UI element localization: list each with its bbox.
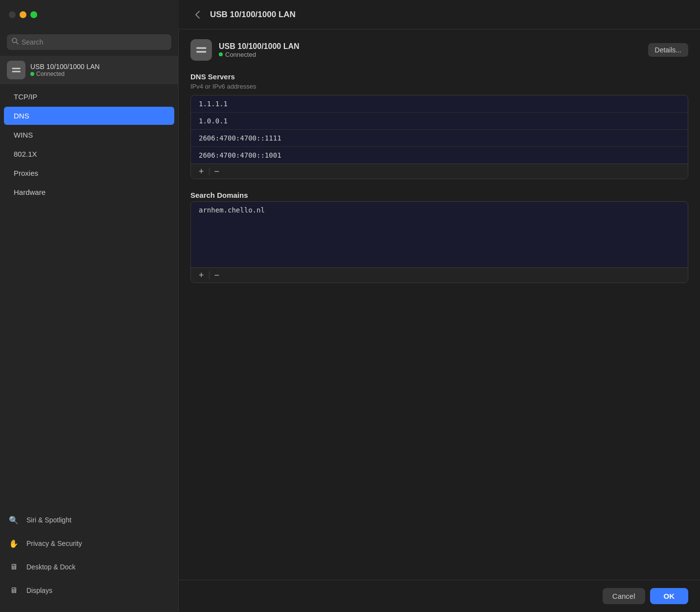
main-content: USB 10/100/1000 LAN USB 10/100/1000 LAN …	[179, 0, 700, 612]
svg-point-9	[205, 51, 206, 52]
minimize-button[interactable]	[20, 11, 26, 18]
svg-rect-6	[196, 47, 206, 49]
sidebar-item-displays[interactable]: 🖥 Displays	[0, 579, 178, 602]
content-status-dot	[219, 52, 223, 56]
action-bar: Cancel OK	[179, 580, 700, 612]
list-item[interactable]: 2606:4700:4700::1111	[191, 130, 688, 147]
list-item[interactable]: 2606:4700:4700::1001	[191, 147, 688, 164]
svg-point-4	[19, 68, 21, 69]
dns-footer: + −	[191, 164, 688, 179]
svg-rect-3	[12, 71, 21, 72]
search-domains-section: Search Domains arnhem.chello.nl + −	[190, 191, 688, 283]
desktop-dock-icon: 🖥	[7, 560, 21, 574]
status-dot	[30, 72, 34, 76]
footer-divider	[209, 271, 210, 279]
cancel-button[interactable]: Cancel	[603, 588, 645, 604]
sidebar-device-row[interactable]: USB 10/100/1000 LAN Connected	[0, 56, 178, 84]
sidebar-item-siri-spotlight-label: Siri & Spotlight	[26, 516, 71, 524]
footer-divider	[209, 167, 210, 175]
domain-add-button[interactable]: +	[195, 270, 208, 281]
sidebar-bottom: 🔍 Siri & Spotlight ✋ Privacy & Security …	[0, 508, 178, 612]
list-item[interactable]: 1.0.0.1	[191, 113, 688, 130]
titlebar	[0, 0, 179, 29]
sidebar-item-displays-label: Displays	[26, 587, 52, 594]
svg-rect-2	[12, 68, 21, 69]
domain-empty-space	[191, 218, 688, 267]
svg-rect-7	[196, 51, 206, 52]
dns-section-sublabel: IPv4 or IPv6 addresses	[190, 83, 688, 90]
sidebar-item-tcpip[interactable]: TCP/IP	[4, 88, 174, 106]
close-button[interactable]	[9, 11, 16, 18]
sidebar-item-hardware[interactable]: Hardware	[4, 183, 174, 201]
displays-icon: 🖥	[7, 584, 21, 597]
content-device-name: USB 10/100/1000 LAN	[219, 42, 641, 51]
search-placeholder: Search	[22, 38, 43, 46]
privacy-security-icon: ✋	[7, 537, 21, 550]
device-icon	[7, 61, 25, 79]
sidebar-device-name: USB 10/100/1000 LAN	[30, 63, 100, 71]
search-domains-footer: + −	[191, 267, 688, 282]
dns-entries: 1.1.1.1 1.0.0.1 2606:4700:4700::1111 260…	[191, 95, 688, 164]
sidebar-device-status: Connected	[30, 71, 100, 77]
nav-list: TCP/IP DNS WINS 802.1X Proxies Hardware	[0, 85, 178, 204]
content-device-header: USB 10/100/1000 LAN Connected Details...	[190, 39, 688, 61]
ok-button[interactable]: OK	[650, 588, 689, 604]
svg-point-5	[19, 71, 21, 72]
page-title: USB 10/100/1000 LAN	[210, 10, 296, 20]
sidebar: Search USB 10/100/1000 LAN Connected TCP…	[0, 0, 179, 612]
dns-remove-button[interactable]: −	[210, 166, 224, 177]
search-domains-box: arnhem.chello.nl + −	[190, 201, 688, 283]
siri-spotlight-icon: 🔍	[7, 513, 21, 527]
search-domains-label: Search Domains	[190, 191, 688, 199]
content-device-icon	[190, 39, 212, 61]
dns-add-button[interactable]: +	[195, 166, 208, 177]
sidebar-item-wins[interactable]: WINS	[4, 126, 174, 144]
back-button[interactable]	[190, 8, 204, 22]
details-button[interactable]: Details...	[648, 43, 688, 57]
search-bar[interactable]: Search	[7, 34, 171, 50]
content-panel: USB 10/100/1000 LAN Connected Details...…	[179, 29, 700, 580]
dns-list-box: 1.1.1.1 1.0.0.1 2606:4700:4700::1111 260…	[190, 95, 688, 179]
sidebar-item-8021x[interactable]: 802.1X	[4, 145, 174, 163]
sidebar-item-siri-spotlight[interactable]: 🔍 Siri & Spotlight	[0, 508, 178, 532]
dns-servers-section: DNS Servers IPv4 or IPv6 addresses 1.1.1…	[190, 72, 688, 179]
sidebar-device-info: USB 10/100/1000 LAN Connected	[30, 63, 100, 77]
sidebar-item-privacy-security[interactable]: ✋ Privacy & Security	[0, 532, 178, 555]
content-device-status: Connected	[219, 51, 641, 58]
sidebar-item-desktop-dock-label: Desktop & Dock	[26, 563, 75, 571]
sidebar-item-proxies[interactable]: Proxies	[4, 164, 174, 182]
sidebar-item-privacy-security-label: Privacy & Security	[26, 540, 82, 547]
sidebar-item-dns[interactable]: DNS	[4, 107, 174, 125]
dns-section-label: DNS Servers	[190, 72, 688, 81]
search-icon	[12, 38, 19, 47]
list-item[interactable]: arnhem.chello.nl	[191, 202, 688, 218]
domain-remove-button[interactable]: −	[210, 270, 224, 281]
main-topbar: USB 10/100/1000 LAN	[179, 0, 700, 29]
maximize-button[interactable]	[30, 11, 37, 18]
svg-point-8	[205, 47, 206, 49]
svg-line-1	[16, 42, 18, 44]
sidebar-item-desktop-dock[interactable]: 🖥 Desktop & Dock	[0, 555, 178, 579]
content-device-info: USB 10/100/1000 LAN Connected	[219, 42, 641, 58]
list-item[interactable]: 1.1.1.1	[191, 95, 688, 113]
